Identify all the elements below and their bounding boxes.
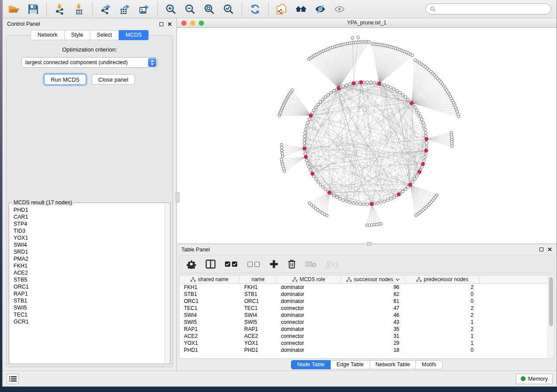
mcds-result-item[interactable]: ACE2 xyxy=(14,269,166,276)
tab-style[interactable]: Style xyxy=(65,30,90,40)
mcds-node[interactable] xyxy=(370,202,374,206)
task-history-button[interactable] xyxy=(7,374,19,384)
zoom-selected-icon[interactable] xyxy=(222,3,235,15)
mcds-result-item[interactable]: SWI4 xyxy=(14,241,166,248)
network-graph[interactable] xyxy=(177,28,557,244)
hide-details-icon[interactable] xyxy=(314,3,326,15)
tab-edge-table[interactable]: Edge Table xyxy=(331,360,370,369)
save-session-icon[interactable] xyxy=(27,3,39,15)
float-table-panel-icon[interactable] xyxy=(540,248,543,251)
table-row[interactable]: YOX1YOX1connector291 xyxy=(180,340,554,347)
mcds-node[interactable] xyxy=(377,82,381,86)
add-column-icon[interactable] xyxy=(270,260,278,268)
import-network-icon[interactable] xyxy=(54,3,66,15)
float-panel-icon[interactable] xyxy=(159,22,163,26)
mcds-result-item[interactable]: PHD1 xyxy=(14,206,166,213)
column-header-shared-name[interactable]: shared name xyxy=(180,275,240,283)
show-all-windows-icon[interactable] xyxy=(295,3,307,15)
table-row[interactable]: SWI4SWI4dominator462 xyxy=(180,312,554,319)
export-network-icon[interactable] xyxy=(100,3,112,15)
criterion-select[interactable]: largest connected component (undirected) xyxy=(21,57,158,68)
mcds-node[interactable] xyxy=(337,86,340,90)
mcds-result-item[interactable]: GCR1 xyxy=(14,318,166,325)
export-image-icon[interactable] xyxy=(138,3,150,15)
mcds-result-item[interactable]: PMA2 xyxy=(14,255,166,262)
mcds-node[interactable] xyxy=(418,170,421,174)
mcds-node[interactable] xyxy=(421,162,425,166)
table-row[interactable]: TEC1TEC1connector472 xyxy=(180,305,554,312)
tab-network[interactable]: Network xyxy=(31,30,65,40)
column-header-predecessor-nodes[interactable]: predecessor nodes xyxy=(405,275,480,283)
clone-network-icon[interactable] xyxy=(276,3,288,15)
search-input[interactable] xyxy=(438,6,547,12)
window-maximize-icon[interactable] xyxy=(199,21,204,26)
mcds-result-item[interactable]: CAR1 xyxy=(14,213,166,220)
table-scrollbar[interactable] xyxy=(548,276,554,358)
mcds-node[interactable] xyxy=(360,80,363,84)
mcds-node[interactable] xyxy=(410,101,413,105)
mcds-result-item[interactable]: STB5 xyxy=(14,276,166,283)
table-row[interactable]: RAP1RAP1dominator352 xyxy=(180,326,554,333)
mcds-result-item[interactable]: SWI5 xyxy=(14,304,166,311)
memory-button[interactable]: Memory xyxy=(516,374,553,384)
close-table-panel-icon[interactable]: ✕ xyxy=(547,248,552,251)
export-table-icon[interactable] xyxy=(119,3,131,15)
tab-select[interactable]: Select xyxy=(90,30,119,40)
split-columns-icon[interactable] xyxy=(205,259,216,269)
table-row[interactable]: ORC1ORC1dominator610 xyxy=(180,298,554,305)
mcds-result-item[interactable]: TEC1 xyxy=(14,311,166,318)
table-row[interactable]: STB1STB1dominator620 xyxy=(180,291,554,298)
zoom-out-icon[interactable] xyxy=(184,3,196,15)
mcds-result-item[interactable]: FKH1 xyxy=(14,262,166,269)
table-row[interactable]: ACE2ACE2connector311 xyxy=(180,333,554,340)
mcds-node[interactable] xyxy=(397,193,401,196)
close-panel-button[interactable]: Close panel xyxy=(92,74,135,85)
mcds-node[interactable] xyxy=(352,82,356,85)
column-header-successor-nodes[interactable]: successor nodes xyxy=(341,275,405,283)
mcds-node[interactable] xyxy=(425,137,428,141)
window-close-icon[interactable] xyxy=(181,21,187,26)
tab-network-table[interactable]: Network Table xyxy=(370,360,416,369)
run-mcds-button[interactable]: Run MCDS xyxy=(44,74,86,85)
tab-mcds[interactable]: MCDS xyxy=(119,30,149,40)
window-minimize-icon[interactable] xyxy=(190,21,195,26)
mcds-result-item[interactable]: STB1 xyxy=(14,297,166,304)
mcds-node[interactable] xyxy=(303,147,306,150)
close-panel-icon[interactable]: ✕ xyxy=(167,22,172,26)
network-canvas[interactable] xyxy=(177,28,557,244)
table-row[interactable]: PHD1PHD1dominator180 xyxy=(180,347,554,354)
column-header-name[interactable]: name xyxy=(240,275,277,283)
table-scrollbar-thumb[interactable] xyxy=(549,277,553,326)
vertical-splitter-handle[interactable] xyxy=(176,192,180,203)
mcds-node[interactable] xyxy=(408,183,412,187)
gear-icon[interactable] xyxy=(187,259,196,269)
result-list-scrollbar[interactable] xyxy=(164,203,170,363)
mcds-result-item[interactable]: ORC1 xyxy=(14,283,166,290)
zoom-fit-icon[interactable] xyxy=(203,3,215,15)
search-box[interactable] xyxy=(426,3,551,14)
network-window-titlebar[interactable]: YPA_prune.txt_1 xyxy=(177,18,557,28)
import-table-icon[interactable] xyxy=(73,3,85,15)
open-file-icon[interactable] xyxy=(8,3,20,15)
horizontal-splitter-handle[interactable] xyxy=(367,242,371,246)
mcds-result-item[interactable]: SRD1 xyxy=(14,248,166,255)
table-row[interactable]: FKH1FKH1dominator962 xyxy=(180,284,554,291)
mcds-result-item[interactable]: RAP1 xyxy=(14,290,166,297)
deselect-all-checkboxes-icon[interactable] xyxy=(247,261,260,268)
mcds-result-item[interactable]: TID3 xyxy=(14,227,166,234)
mcds-node[interactable] xyxy=(304,155,308,159)
tab-motifs[interactable]: Motifs xyxy=(416,360,442,369)
mcds-node[interactable] xyxy=(311,172,314,175)
table-row[interactable]: SWI5SWI5connector431 xyxy=(180,319,554,326)
tab-node-table[interactable]: Node Table xyxy=(291,360,331,369)
mcds-node[interactable] xyxy=(425,149,428,152)
mcds-node[interactable] xyxy=(309,114,313,117)
mcds-node[interactable] xyxy=(328,191,331,194)
column-header-MCDS-role[interactable]: MCDS role xyxy=(277,275,341,283)
zoom-in-icon[interactable] xyxy=(165,3,177,15)
mcds-result-item[interactable]: STP4 xyxy=(14,220,166,227)
delete-column-icon[interactable] xyxy=(287,259,296,269)
select-all-checkboxes-icon[interactable] xyxy=(225,261,238,268)
refresh-view-icon[interactable] xyxy=(249,3,261,15)
mcds-result-item[interactable]: YOX1 xyxy=(14,234,166,241)
